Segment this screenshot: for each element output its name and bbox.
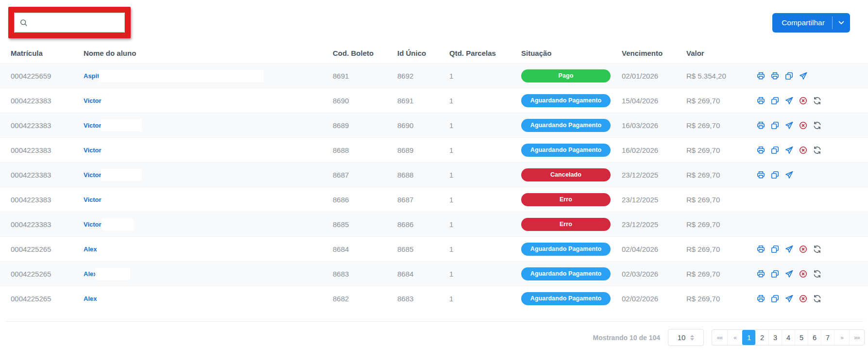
share-split-button[interactable]: Compartilhar — [772, 13, 850, 33]
table-row: 0004223383 Victor 8689 8690 1 Aguardando… — [0, 113, 868, 137]
cell-cod-boleto: 8683 — [333, 270, 397, 278]
column-header-valor: Valor — [686, 49, 757, 57]
actions-cell — [757, 97, 868, 105]
print-icon[interactable] — [757, 72, 765, 80]
share-button[interactable]: Compartilhar — [772, 18, 832, 27]
copy-icon[interactable] — [785, 72, 793, 80]
cell-valor: R$ 269,70 — [686, 245, 757, 253]
cell-matricula: 0004223383 — [11, 146, 84, 154]
refresh-icon[interactable] — [813, 270, 821, 278]
table-row: 0004223383 Victor 8686 8687 1 Erro 23/12… — [0, 187, 868, 212]
actions-cell — [757, 171, 868, 179]
last-page-button[interactable]: »» — [849, 330, 864, 345]
print-icon[interactable] — [757, 270, 765, 278]
cell-nome: Victor — [84, 138, 333, 162]
search-box[interactable] — [14, 13, 125, 33]
page-3-button[interactable]: 3 — [768, 330, 782, 345]
refresh-icon[interactable] — [813, 245, 821, 253]
refresh-icon[interactable] — [813, 121, 821, 130]
table-row: 0004223383 Victor 8685 8686 1 Erro 23/12… — [0, 212, 868, 236]
page-4-button[interactable]: 4 — [782, 330, 795, 345]
copy-icon[interactable] — [771, 121, 779, 130]
table-header: MatrículaNome do alunoCod. BoletoId Únic… — [0, 43, 868, 63]
cell-situacao: Aguardando Pagamento — [521, 119, 622, 132]
redaction-mask — [102, 218, 134, 230]
print-icon[interactable] — [757, 121, 765, 130]
table-row: 0004225659 Aspit 8691 8692 1 Pago 02/01/… — [0, 63, 868, 88]
student-link[interactable]: Victor — [84, 196, 102, 203]
next-page-button[interactable]: » — [834, 330, 849, 345]
copy-icon[interactable] — [771, 295, 779, 303]
share-dropdown-toggle[interactable] — [833, 21, 850, 25]
refresh-icon[interactable] — [813, 97, 821, 105]
column-header-id-unico: Id Único — [397, 49, 449, 57]
print-icon[interactable] — [757, 97, 765, 105]
page-1-button[interactable]: 1 — [742, 330, 755, 345]
send-icon[interactable] — [785, 146, 793, 154]
column-header-matricula: Matrícula — [11, 49, 84, 57]
cell-situacao: Aguardando Pagamento — [521, 292, 622, 305]
search-input[interactable] — [32, 18, 119, 27]
student-link[interactable]: Victor — [84, 221, 102, 228]
student-link[interactable]: Alex — [84, 246, 97, 253]
copy-icon[interactable] — [771, 97, 779, 105]
refresh-icon[interactable] — [813, 146, 821, 154]
cell-vencimento: 23/12/2025 — [622, 171, 686, 179]
student-link[interactable]: Aspit — [84, 72, 100, 80]
status-badge: Aguardando Pagamento — [521, 119, 611, 132]
spinner-arrows[interactable] — [690, 335, 694, 341]
cell-qtd-parcelas: 1 — [449, 97, 521, 105]
redaction-mask — [99, 70, 264, 82]
cancel-icon[interactable] — [799, 270, 807, 278]
student-link[interactable]: Alex — [84, 295, 97, 302]
cell-qtd-parcelas: 1 — [449, 245, 521, 253]
redaction-mask — [101, 119, 142, 131]
cell-qtd-parcelas: 1 — [449, 171, 521, 179]
send-icon[interactable] — [785, 295, 793, 303]
page-5-button[interactable]: 5 — [795, 330, 808, 345]
cancel-icon[interactable] — [799, 97, 807, 105]
cancel-icon[interactable] — [799, 245, 807, 253]
student-link[interactable]: Victor — [84, 171, 102, 179]
cell-id-unico: 8684 — [397, 270, 449, 278]
refresh-icon[interactable] — [813, 295, 821, 303]
cancel-icon[interactable] — [799, 121, 807, 130]
cancel-icon[interactable] — [799, 295, 807, 303]
copy-icon[interactable] — [771, 245, 779, 253]
student-link[interactable]: Victor — [84, 97, 102, 104]
cell-qtd-parcelas: 1 — [449, 295, 521, 303]
status-badge: Aguardando Pagamento — [521, 292, 611, 305]
page-7-button[interactable]: 7 — [821, 330, 834, 345]
cell-valor: R$ 5.354,20 — [686, 72, 757, 80]
copy-icon[interactable] — [771, 171, 779, 179]
send-icon[interactable] — [785, 171, 793, 179]
page-2-button[interactable]: 2 — [755, 330, 768, 345]
print-icon[interactable] — [757, 245, 765, 253]
copy-icon[interactable] — [771, 146, 779, 154]
cell-matricula: 0004225659 — [11, 72, 84, 80]
first-page-button[interactable]: «« — [712, 330, 727, 345]
send-icon[interactable] — [785, 97, 793, 105]
copy-icon[interactable] — [771, 270, 779, 278]
cell-nome: Victor — [84, 212, 333, 236]
page-size-select[interactable]: 10 — [668, 329, 704, 346]
print-icon[interactable] — [757, 171, 765, 179]
redaction-mask — [95, 268, 130, 280]
send-icon[interactable] — [785, 245, 793, 253]
cell-cod-boleto: 8687 — [333, 171, 397, 179]
page-6-button[interactable]: 6 — [808, 330, 821, 345]
cancel-icon[interactable] — [799, 146, 807, 154]
send-icon[interactable] — [785, 121, 793, 130]
send-icon[interactable] — [799, 72, 807, 80]
cell-nome: Aspit — [84, 64, 333, 88]
page-size-value: 10 — [678, 333, 686, 342]
student-link[interactable]: Victor — [84, 122, 102, 129]
print-icon[interactable] — [757, 146, 765, 154]
student-link[interactable]: Victor — [84, 147, 102, 154]
send-icon[interactable] — [785, 270, 793, 278]
print-icon[interactable] — [757, 295, 765, 303]
cell-nome: Alex — [84, 262, 333, 286]
cell-vencimento: 23/12/2025 — [622, 196, 686, 204]
print-icon[interactable] — [771, 72, 779, 80]
prev-page-button[interactable]: « — [727, 330, 742, 345]
